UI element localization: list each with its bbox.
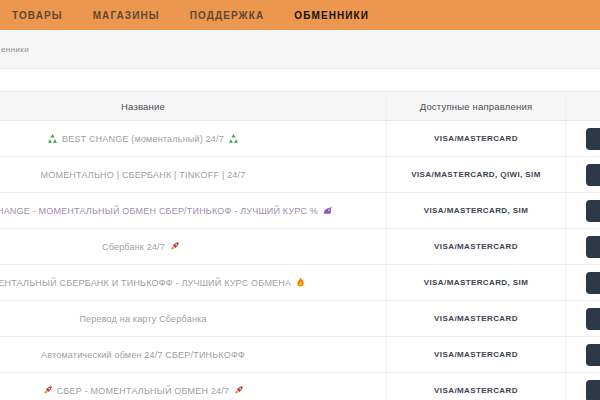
exchanger-name-cell: МОМЕНТАЛЬНО | СБЕРБАНК | TINKOFF | 24/7 (0, 157, 386, 192)
header-name: Название (0, 92, 386, 120)
header-directions-label: Доступные направления (420, 101, 533, 112)
unicorn-icon (322, 205, 333, 216)
rocket-icon (233, 385, 244, 396)
directions-cell: VISA/MASTERCARD (386, 373, 566, 400)
table-row: МОМЕНТАЛЬНО | СБЕРБАНК | TINKOFF | 24/7 … (0, 157, 600, 193)
actions-cell: Перейти (566, 121, 600, 156)
directions-value: VISA/MASTERCARD (434, 242, 518, 251)
go-button[interactable]: Перейти (586, 164, 600, 186)
go-button[interactable]: Перейти (586, 236, 600, 258)
exchanger-name-cell: Сбербанк 24/7 (0, 229, 386, 264)
nav-item-magaziny[interactable]: МАГАЗИНЫ (93, 10, 160, 21)
actions-cell: Перейти (566, 157, 600, 192)
recycle-icon (228, 133, 239, 144)
exchanger-name-cell: МОМЕНТАЛЬНЫЙ СБЕРБАНК И ТИНЬКОФФ - ЛУЧШИ… (0, 265, 386, 300)
directions-value: VISA/MASTERCARD (434, 134, 518, 143)
exchanger-name: BEST CHANGE (моментальный) 24/7 (62, 134, 224, 144)
actions-cell: Перейти (566, 193, 600, 228)
actions-cell: Перейти (566, 265, 600, 300)
exchanger-name-cell: Перевод на карту Сбербанка (0, 301, 386, 336)
rocket-icon (42, 385, 53, 396)
exchanger-name: Сбербанк 24/7 (102, 242, 165, 252)
exchanger-name: МОМЕНТАЛЬНО | СБЕРБАНК | TINKOFF | 24/7 (41, 170, 246, 180)
table-row: МОМЕНТАЛЬНЫЙ СБЕРБАНК И ТИНЬКОФФ - ЛУЧШИ… (0, 265, 600, 301)
recycle-icon (47, 133, 58, 144)
actions-cell: Перейти (566, 373, 600, 400)
table-row: Сбербанк 24/7 VISA/MASTERCARD Перейти (0, 229, 600, 265)
table-row: СБЕР - МОМЕНТАЛЬНЫЙ ОБМЕН 24/7 VISA/MAST… (0, 373, 600, 400)
exchanger-name: UNIXCHANGE - МОМЕНТАЛЬНЫЙ ОБМЕН СБЕР/ТИН… (0, 206, 318, 216)
go-button[interactable]: Перейти (586, 272, 600, 294)
header-actions (566, 92, 600, 120)
actions-cell: Перейти (566, 301, 600, 336)
directions-cell: VISA/MASTERCARD (386, 121, 566, 156)
table-row: Перевод на карту Сбербанка VISA/MASTERCA… (0, 301, 600, 337)
exchanger-name-cell: СБЕР - МОМЕНТАЛЬНЫЙ ОБМЕН 24/7 (0, 373, 386, 400)
directions-value: VISA/MASTERCARD, QIWI, SIM (411, 170, 541, 179)
actions-cell: Перейти (566, 229, 600, 264)
header-name-label: Название (121, 101, 165, 112)
directions-value: VISA/MASTERCARD, SIM (424, 206, 528, 215)
exchanger-name: Перевод на карту Сбербанка (79, 314, 206, 324)
directions-value: VISA/MASTERCARD (434, 386, 518, 395)
go-button[interactable]: Перейти (586, 308, 600, 330)
header-directions: Доступные направления (386, 92, 566, 120)
nav-item-podderzhka[interactable]: ПОДДЕРЖКА (190, 10, 265, 21)
directions-value: VISA/MASTERCARD (434, 350, 518, 359)
directions-value: VISA/MASTERCARD, SIM (424, 278, 528, 287)
breadcrumb[interactable]: енники (1, 45, 29, 54)
breadcrumb-bar: енники (0, 30, 600, 69)
directions-cell: VISA/MASTERCARD (386, 301, 566, 336)
directions-cell: VISA/MASTERCARD, QIWI, SIM (386, 157, 566, 192)
table-row: Автоматический обмен 24/7 СБЕР/ТИНЬКОФФ … (0, 337, 600, 373)
nav-item-tovary[interactable]: ТОВАРЫ (12, 10, 63, 21)
page: ТОВАРЫ МАГАЗИНЫ ПОДДЕРЖКА ОБМЕННИКИ енни… (0, 0, 600, 400)
go-button[interactable]: Перейти (586, 128, 600, 150)
exchanger-name-cell: UNIXCHANGE - МОМЕНТАЛЬНЫЙ ОБМЕН СБЕР/ТИН… (0, 193, 386, 228)
exchanger-name: Автоматический обмен 24/7 СБЕР/ТИНЬКОФФ (41, 350, 245, 360)
table-row: BEST CHANGE (моментальный) 24/7 VISA/MAS… (0, 121, 600, 157)
directions-cell: VISA/MASTERCARD (386, 229, 566, 264)
table-header-row: Название Доступные направления (0, 91, 600, 121)
nav-item-obmenniki[interactable]: ОБМЕННИКИ (294, 10, 369, 21)
go-button[interactable]: Перейти (586, 380, 600, 400)
go-button[interactable]: Перейти (586, 344, 600, 366)
directions-cell: VISA/MASTERCARD, SIM (386, 265, 566, 300)
table-body: BEST CHANGE (моментальный) 24/7 VISA/MAS… (0, 121, 600, 400)
exchanger-name: СБЕР - МОМЕНТАЛЬНЫЙ ОБМЕН 24/7 (57, 386, 229, 396)
directions-value: VISA/MASTERCARD (434, 314, 518, 323)
top-nav: ТОВАРЫ МАГАЗИНЫ ПОДДЕРЖКА ОБМЕННИКИ (0, 0, 600, 30)
go-button[interactable]: Перейти (586, 200, 600, 222)
rocket-icon (169, 241, 180, 252)
exchangers-table: Название Доступные направления BEST CHAN… (0, 91, 600, 400)
exchanger-name: МОМЕНТАЛЬНЫЙ СБЕРБАНК И ТИНЬКОФФ - ЛУЧШИ… (0, 278, 291, 288)
actions-cell: Перейти (566, 337, 600, 372)
table-row: UNIXCHANGE - МОМЕНТАЛЬНЫЙ ОБМЕН СБЕР/ТИН… (0, 193, 600, 229)
fire-icon (295, 277, 306, 288)
directions-cell: VISA/MASTERCARD (386, 337, 566, 372)
exchanger-name-cell: BEST CHANGE (моментальный) 24/7 (0, 121, 386, 156)
exchanger-name-cell: Автоматический обмен 24/7 СБЕР/ТИНЬКОФФ (0, 337, 386, 372)
directions-cell: VISA/MASTERCARD, SIM (386, 193, 566, 228)
